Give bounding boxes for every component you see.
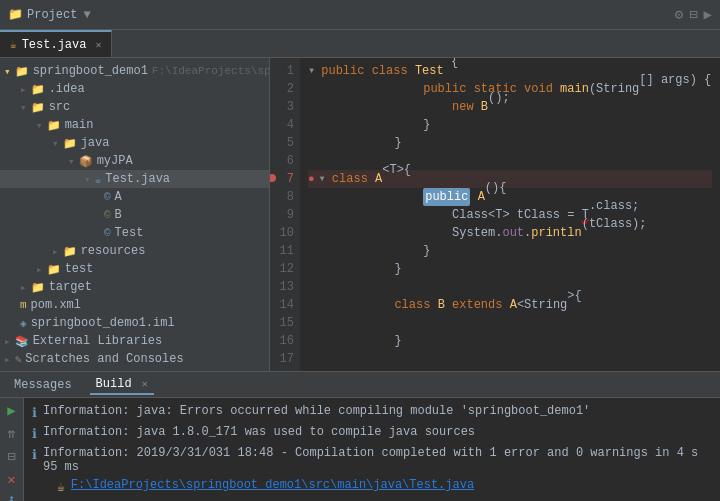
folder-icon: 📁 (31, 281, 45, 294)
code-line-16: } (308, 332, 712, 350)
expand-arrow-icon: ▾ (20, 101, 27, 114)
build-message-1: ℹ Information: java: Errors occurred whi… (32, 402, 712, 423)
code-line-5: } (308, 134, 712, 152)
sidebar-item-project-root[interactable]: ▾ 📁 springboot_demo1 F:\IdeaProjects\spr… (0, 62, 269, 80)
line-numbers: 1 2 3 4 5 6 7 8 9 10 11 12 13 14 15 16 1… (270, 58, 300, 371)
tab-messages[interactable]: Messages (8, 376, 78, 394)
build-message-3: ℹ Information: 2019/3/31/031 18:48 - Com… (32, 444, 712, 476)
folder-icon: 📁 (63, 245, 77, 258)
expand-arrow-icon: ▸ (20, 281, 27, 294)
editor-content: 1 2 3 4 5 6 7 8 9 10 11 12 13 14 15 16 1… (270, 58, 720, 371)
iml-file-icon: ◈ (20, 317, 27, 330)
info-icon: ℹ (32, 426, 37, 442)
sidebar-item-test[interactable]: ▸ 📁 test (0, 260, 269, 278)
bottom-area: ▶ ⇈ ⊟ ✕ ℹ ⚙ ℹ Information: java: Errors … (0, 398, 720, 501)
folder-icon: 📁 (47, 263, 61, 276)
sidebar-item-external-libs[interactable]: ▸ 📚 External Libraries (0, 332, 269, 350)
tab-test-java[interactable]: ☕ Test.java ✕ (0, 30, 112, 57)
package-icon: 📦 (79, 155, 93, 168)
settings-icon[interactable]: ⚙ (675, 6, 683, 23)
folder-icon: 📁 (15, 65, 29, 78)
class-icon: © (104, 191, 111, 203)
sidebar-item-iml[interactable]: ◈ springboot_demo1.iml (0, 314, 269, 332)
top-bar: 📁 Project ▼ ⚙ ⊟ ▶ (0, 0, 720, 30)
info-icon: ℹ (32, 405, 37, 421)
top-bar-actions: ⚙ ⊟ ▶ (675, 6, 712, 23)
code-line-12: } (308, 260, 712, 278)
java-file-icon: ☕ (10, 38, 17, 51)
expand-arrow-icon: ▸ (20, 83, 27, 96)
sidebar-item-resources[interactable]: ▸ 📁 resources (0, 242, 269, 260)
folder-icon: 📁 (47, 119, 61, 132)
tab-build[interactable]: Build ✕ (90, 375, 154, 395)
scroll-to-top-icon[interactable]: ⇈ (3, 425, 21, 442)
java-class-icon: ☕ (95, 173, 102, 186)
bottom-side-toolbar: ▶ ⇈ ⊟ ✕ ℹ ⚙ (0, 398, 24, 501)
tab-close-button[interactable]: ✕ (95, 39, 101, 51)
scratch-icon: ✎ (15, 353, 22, 366)
code-line-14: class B extends A<String>{ (308, 296, 712, 314)
sidebar-item-scratches[interactable]: ▸ ✎ Scratches and Consoles (0, 350, 269, 368)
expand-arrow-icon: ▸ (4, 335, 11, 348)
run-button[interactable]: ▶ (3, 402, 21, 419)
editor[interactable]: 1 2 3 4 5 6 7 8 9 10 11 12 13 14 15 16 1… (270, 58, 720, 371)
code-editor[interactable]: ▾ public class Test { public static void… (300, 58, 720, 371)
xml-file-icon: m (20, 299, 27, 311)
folder-icon: 📁 (63, 137, 77, 150)
code-line-18 (308, 368, 712, 371)
build-error-message: ✕ Error:(9, 36) java: 无法从类型变量中进行选择 (32, 497, 712, 501)
java-file-icon: ☕ (57, 479, 65, 495)
sidebar-item-java[interactable]: ▾ 📁 java (0, 134, 269, 152)
sidebar-item-myjpa[interactable]: ▾ 📦 myJPA (0, 152, 269, 170)
run-icon[interactable]: ▶ (704, 6, 712, 23)
sidebar-item-pom[interactable]: m pom.xml (0, 296, 269, 314)
expand-arrow-icon: ▸ (52, 245, 59, 258)
tab-bar: ☕ Test.java ✕ (0, 30, 720, 58)
folder-icon: 📁 (31, 101, 45, 114)
sidebar-item-main[interactable]: ▾ 📁 main (0, 116, 269, 134)
expand-arrow-icon: ▾ (4, 65, 11, 78)
project-icon: 📁 (8, 7, 23, 22)
info-icon[interactable]: ℹ (3, 494, 21, 501)
filter-icon[interactable]: ⊟ (3, 448, 21, 465)
close-tab-icon[interactable]: ✕ (142, 379, 148, 390)
layout-icon[interactable]: ⊟ (689, 6, 697, 23)
library-icon: 📚 (15, 335, 29, 348)
build-output: ℹ Information: java: Errors occurred whi… (24, 398, 720, 501)
project-title: 📁 Project ▼ (8, 7, 91, 22)
expand-arrow-icon: ▾ (68, 155, 75, 168)
folder-icon: 📁 (31, 83, 45, 96)
class-icon: © (104, 227, 111, 239)
expand-arrow-icon: ▾ (36, 119, 43, 132)
expand-arrow-icon: ▸ (4, 353, 11, 366)
sidebar-item-src[interactable]: ▾ 📁 src (0, 98, 269, 116)
bottom-tab-bar: Messages Build ✕ (0, 372, 720, 398)
expand-arrow-icon: ▾ (84, 173, 91, 186)
bottom-panel: Messages Build ✕ ▶ ⇈ ⊟ ✕ ℹ ⚙ ℹ Informati… (0, 371, 720, 501)
sidebar-item-class-a[interactable]: © A (0, 188, 269, 206)
sidebar-item-class-test[interactable]: © Test (0, 224, 269, 242)
sidebar-item-idea[interactable]: ▸ 📁 .idea (0, 80, 269, 98)
sidebar: ▾ 📁 springboot_demo1 F:\IdeaProjects\spr… (0, 58, 270, 371)
stop-button[interactable]: ✕ (3, 471, 21, 488)
sidebar-item-target[interactable]: ▸ 📁 target (0, 278, 269, 296)
expand-arrow-icon: ▾ (52, 137, 59, 150)
main-content: ▾ 📁 springboot_demo1 F:\IdeaProjects\spr… (0, 58, 720, 371)
chevron-down-icon[interactable]: ▼ (83, 8, 90, 22)
expand-arrow-icon: ▸ (36, 263, 43, 276)
build-message-2: ℹ Information: java 1.8.0_171 was used t… (32, 423, 712, 444)
build-message-link: ☕ F:\IdeaProjects\springboot_demo1\src\m… (32, 476, 712, 497)
class-icon: © (104, 209, 111, 221)
sidebar-item-class-b[interactable]: © B (0, 206, 269, 224)
sidebar-item-test-java[interactable]: ▾ ☕ Test.java (0, 170, 269, 188)
info-icon: ℹ (32, 447, 37, 463)
